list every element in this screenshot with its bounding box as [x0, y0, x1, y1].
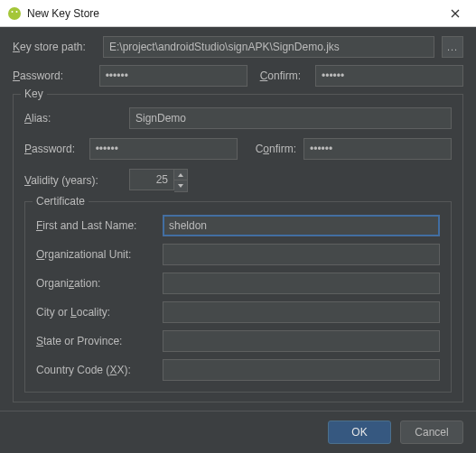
validity-down-button[interactable]	[174, 180, 187, 191]
validity-input[interactable]	[129, 169, 174, 190]
country-label: Country Code (XX):	[36, 364, 155, 376]
city-input[interactable]	[163, 301, 440, 323]
svg-point-2	[16, 11, 18, 13]
key-password-label: Password:	[24, 143, 82, 155]
svg-marker-5	[178, 173, 183, 177]
cancel-button[interactable]: Cancel	[400, 421, 463, 444]
city-label: City or Locality:	[36, 306, 155, 319]
ok-button[interactable]: OK	[328, 421, 391, 444]
certificate-fieldset: Certificate First and Last Name: Organiz…	[24, 201, 452, 393]
key-legend: Key	[21, 88, 47, 100]
key-fieldset: Key Alias: Password: Confirm: Validity (…	[13, 94, 463, 402]
window-title: New Key Store	[27, 7, 442, 20]
validity-up-button[interactable]	[174, 170, 187, 180]
dialog-footer: OK Cancel	[0, 411, 476, 453]
svg-point-1	[12, 11, 14, 13]
first-last-label: First and Last Name:	[36, 219, 155, 232]
org-unit-label: Organizational Unit:	[36, 248, 155, 261]
keystore-password-input[interactable]	[99, 65, 247, 87]
browse-button[interactable]: ...	[442, 36, 463, 58]
key-confirm-label: Confirm:	[256, 143, 296, 155]
svg-marker-6	[178, 184, 183, 188]
title-bar: New Key Store	[0, 0, 476, 27]
close-button[interactable]	[442, 0, 469, 27]
keystore-path-label: Key store path:	[13, 41, 96, 53]
svg-point-0	[8, 7, 21, 20]
keystore-path-input[interactable]	[103, 36, 434, 58]
state-input[interactable]	[163, 330, 440, 352]
key-confirm-input[interactable]	[303, 138, 452, 160]
alias-input[interactable]	[129, 107, 452, 129]
validity-label: Validity (years):	[24, 174, 122, 187]
key-password-input[interactable]	[89, 138, 238, 160]
keystore-confirm-label: Confirm:	[260, 69, 308, 82]
keystore-password-label: Password:	[13, 69, 92, 82]
organization-label: Organization:	[36, 277, 155, 290]
certificate-legend: Certificate	[33, 195, 89, 208]
state-label: State or Province:	[36, 335, 155, 347]
country-input[interactable]	[163, 359, 440, 381]
first-last-input[interactable]	[163, 215, 440, 236]
keystore-confirm-input[interactable]	[315, 65, 463, 87]
app-icon	[7, 6, 22, 21]
alias-label: Alias:	[24, 112, 122, 125]
organization-input[interactable]	[163, 273, 440, 294]
org-unit-input[interactable]	[163, 244, 440, 265]
